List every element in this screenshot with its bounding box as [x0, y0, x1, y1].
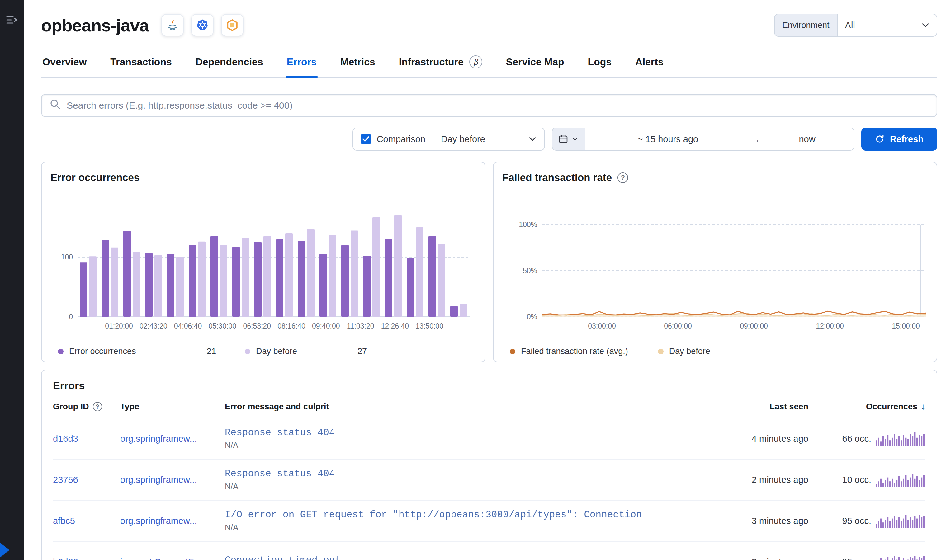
comparison-checkbox-group[interactable]: Comparison: [353, 128, 434, 150]
comparison-checkbox[interactable]: [361, 134, 371, 145]
svg-text:0: 0: [69, 313, 73, 321]
error-type-link[interactable]: org.springframew...: [120, 475, 220, 485]
legend-dot: [510, 349, 515, 354]
error-group-link[interactable]: d16d3: [53, 434, 115, 444]
occurrences-count: 95 occ.: [842, 516, 872, 526]
occurrences-cell: 66 occ.: [813, 432, 926, 446]
occurrences-sparkline: [876, 555, 926, 560]
error-type-link[interactable]: org.springframew...: [120, 516, 220, 526]
tab-overview[interactable]: Overview: [41, 52, 88, 77]
tab-alerts[interactable]: Alerts: [634, 52, 665, 77]
svg-text:15:00:00: 15:00:00: [892, 322, 920, 330]
time-controls-row: Comparison Day before ~ 15 hours ago → n…: [41, 128, 937, 151]
error-message-cell: I/O error on GET request for "http://opb…: [225, 509, 691, 532]
error-group-link[interactable]: 23756: [53, 475, 115, 485]
sort-desc-icon: ↓: [921, 402, 926, 412]
legend-label[interactable]: Day before: [669, 346, 710, 356]
super-date-picker: ~ 15 hours ago → now: [552, 128, 855, 151]
chevron-down-icon: [572, 135, 579, 143]
svg-text:12:00:00: 12:00:00: [816, 322, 844, 330]
time-range-start[interactable]: ~ 15 hours ago: [585, 128, 750, 150]
tab-metrics[interactable]: Metrics: [339, 52, 377, 77]
col-message: Error message and culprit: [225, 402, 691, 412]
tab-service-map[interactable]: Service Map: [505, 52, 565, 77]
time-range-end[interactable]: now: [761, 128, 854, 150]
legend-value: 21: [169, 346, 216, 356]
service-tabs: Overview Transactions Dependencies Error…: [41, 52, 937, 78]
tab-label: Service Map: [506, 56, 564, 68]
tab-label: Logs: [588, 56, 611, 68]
tab-label: Infrastructure: [399, 56, 464, 68]
tab-transactions[interactable]: Transactions: [109, 52, 173, 77]
tab-errors[interactable]: Errors: [285, 52, 318, 77]
svg-text:05:30:00: 05:30:00: [208, 322, 237, 330]
quick-select-button[interactable]: [552, 128, 585, 150]
refresh-button[interactable]: Refresh: [861, 128, 937, 151]
errors-table-panel: Errors Group ID ? Type Error message and…: [41, 369, 937, 560]
svg-text:02:43:20: 02:43:20: [139, 322, 168, 330]
comparison-select[interactable]: Day before: [434, 128, 544, 150]
tab-label: Errors: [287, 56, 317, 68]
tab-label: Transactions: [110, 56, 171, 68]
error-message-cell: Response status 404 N/A: [225, 468, 691, 491]
svg-text:04:06:40: 04:06:40: [174, 322, 202, 330]
col-last-seen: Last seen: [696, 402, 809, 412]
svg-text:01:20:00: 01:20:00: [105, 322, 133, 330]
svg-text:12:26:40: 12:26:40: [381, 322, 409, 330]
bottom-left-blue-shape: [0, 543, 9, 557]
svg-text:100: 100: [61, 253, 73, 261]
tab-logs[interactable]: Logs: [586, 52, 613, 77]
chart-title-text: Failed transaction rate: [502, 172, 612, 183]
occurrences-sparkline: [876, 432, 926, 446]
legend-label[interactable]: Error occurrences: [69, 346, 169, 356]
tab-dependencies[interactable]: Dependencies: [194, 52, 264, 77]
svg-text:13:50:00: 13:50:00: [415, 322, 443, 330]
legend-dot: [658, 349, 664, 354]
svg-text:0%: 0%: [527, 313, 537, 321]
error-type-link[interactable]: org.springframew...: [120, 434, 220, 444]
legend-label[interactable]: Failed transaction rate (avg.): [521, 346, 628, 356]
col-group-id: Group ID ?: [53, 402, 115, 412]
comparison-value: Day before: [441, 134, 485, 145]
help-question-icon[interactable]: ?: [617, 172, 628, 183]
error-group-link[interactable]: b2d86: [53, 557, 115, 560]
group-id-help-icon[interactable]: ?: [93, 402, 102, 411]
refresh-icon: [875, 134, 884, 144]
last-seen: 4 minutes ago: [696, 434, 809, 444]
java-icon: [161, 14, 184, 36]
failed-transaction-rate-panel: Failed transaction rate ? 100%50%0%03:00…: [493, 162, 937, 362]
calendar-icon: [559, 134, 568, 144]
legend-label[interactable]: Day before: [256, 346, 307, 356]
error-row: b2d86 java.net.ConnectE... Connection ti…: [53, 541, 926, 560]
comparison-control: Comparison Day before: [352, 128, 545, 151]
chart-title: Error occurrences: [51, 172, 478, 183]
svg-text:11:03:20: 11:03:20: [347, 322, 374, 330]
error-message-link[interactable]: I/O error on GET request for "http://opb…: [225, 509, 691, 520]
error-type-link[interactable]: java.net.ConnectE...: [120, 557, 220, 560]
arrow-right-icon: →: [750, 128, 761, 150]
environment-filter[interactable]: Environment All: [774, 14, 937, 37]
occurrences-count: 10 occ.: [842, 475, 872, 485]
failed-transaction-rate-chart: 100%50%0%03:00:0006:00:0009:00:0012:00:0…: [502, 185, 934, 342]
error-row: d16d3 org.springframew... Response statu…: [53, 418, 926, 459]
error-message-link[interactable]: Response status 404: [225, 468, 691, 479]
error-group-link[interactable]: afbc5: [53, 516, 115, 526]
page-title: opbeans-java: [41, 15, 149, 35]
tab-infrastructure[interactable]: Infrastructure β: [398, 52, 484, 77]
tab-label: Overview: [42, 56, 86, 68]
search-input[interactable]: [66, 100, 929, 111]
col-type: Type: [120, 402, 220, 412]
errors-table-title: Errors: [53, 380, 926, 392]
occurrences-sparkline: [876, 514, 926, 528]
tab-label: Dependencies: [196, 56, 263, 68]
environment-value[interactable]: All: [838, 14, 921, 36]
tab-label: Metrics: [340, 56, 375, 68]
error-message-link[interactable]: Connection timed out: [225, 555, 691, 560]
main-content: opbeans-java: [24, 0, 946, 560]
legend-value: 27: [307, 346, 367, 356]
svg-text:03:00:00: 03:00:00: [588, 322, 616, 330]
menu-expand-icon[interactable]: [6, 15, 17, 28]
error-message-link[interactable]: Response status 404: [225, 427, 691, 438]
col-occurrences-sort[interactable]: Occurrences ↓: [813, 402, 926, 412]
occurrences-count: 95 occ.: [842, 557, 872, 560]
